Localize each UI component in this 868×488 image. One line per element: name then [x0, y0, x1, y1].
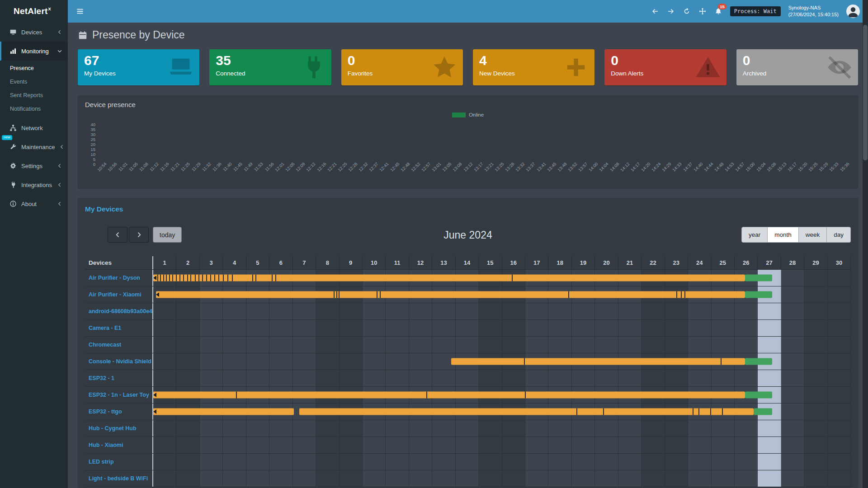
- device-name[interactable]: Air Purifier - Xiaomi: [85, 286, 153, 303]
- day-cell: [642, 337, 665, 353]
- presence-bar-recent[interactable]: [745, 275, 772, 282]
- day-header: 10: [363, 256, 386, 269]
- host-name: Synology-NAS: [788, 5, 821, 10]
- day-cell: [200, 370, 223, 386]
- presence-bar-online[interactable]: [156, 291, 745, 298]
- day-cell: [572, 437, 595, 453]
- infobox-archived[interactable]: 0Archived: [736, 49, 858, 85]
- x-tick-label: 12:25: [337, 161, 348, 173]
- day-cell: [781, 470, 804, 487]
- sidebar-subitem-events[interactable]: Events: [0, 75, 68, 89]
- device-name[interactable]: ESP32 - 1n - Laser Toy: [85, 387, 153, 403]
- presence-bar-online[interactable]: [299, 408, 754, 415]
- device-name[interactable]: android-68608b93a00e4: [85, 303, 153, 319]
- presence-bar-recent[interactable]: [745, 392, 772, 399]
- next-button[interactable]: [129, 227, 149, 243]
- device-name[interactable]: Hub - Xiaomi: [85, 437, 153, 453]
- device-name[interactable]: Air Purifier - Dyson: [85, 270, 153, 286]
- infobox-connected[interactable]: 35Connected: [209, 49, 331, 85]
- process-status[interactable]: Process: Wait: [730, 6, 781, 16]
- device-name[interactable]: ESP32 - ttgo: [85, 404, 153, 420]
- hamburger-icon[interactable]: [76, 7, 84, 15]
- sidebar-item-settings[interactable]: Settings: [0, 156, 68, 175]
- arrow-right-icon[interactable]: [667, 7, 675, 15]
- brand-name: NetAlert: [14, 6, 48, 16]
- presence-bar-online[interactable]: [153, 275, 745, 282]
- x-tick-label: 11:49: [243, 161, 254, 172]
- presence-bar-recent[interactable]: [754, 408, 772, 415]
- day-cell-today: [758, 337, 781, 353]
- x-tick-label: 15:20: [797, 161, 808, 173]
- infobox-down-alerts[interactable]: 0Down Alerts: [604, 49, 726, 85]
- device-name[interactable]: Camera - E1: [85, 320, 153, 336]
- day-cell: [688, 303, 711, 319]
- sidebar-item-network[interactable]: Network: [0, 118, 68, 137]
- day-cell: [456, 320, 479, 336]
- view-button-month[interactable]: month: [768, 227, 799, 243]
- x-tick-label: 13:45: [546, 161, 557, 173]
- day-cell: [153, 320, 176, 336]
- day-cell: [642, 454, 665, 470]
- view-button-week[interactable]: week: [799, 227, 827, 243]
- presence-bar-recent[interactable]: [745, 291, 772, 298]
- day-cell: [316, 454, 339, 470]
- sidebar-subitem-presence[interactable]: Presence: [0, 61, 68, 75]
- day-cell: [804, 470, 827, 487]
- device-name[interactable]: Hub - Cygnet Hub: [85, 420, 153, 436]
- sidebar-submenu: PresenceEventsSent ReportsNotifications: [0, 61, 68, 118]
- move-icon[interactable]: [698, 7, 707, 15]
- presence-bar-online[interactable]: [451, 358, 745, 365]
- x-tick-label: 14:53: [724, 161, 735, 173]
- notifications-bell[interactable]: 15: [714, 7, 722, 15]
- view-button-year[interactable]: year: [741, 227, 768, 243]
- sidebar-subitem-sent-reports[interactable]: Sent Reports: [0, 89, 68, 102]
- day-cell: [153, 303, 176, 319]
- day-cell: [502, 303, 525, 319]
- day-cell: [153, 370, 176, 386]
- day-cell: [409, 320, 432, 336]
- sidebar-item-monitoring[interactable]: Monitoring: [0, 42, 68, 61]
- day-cell: [781, 370, 804, 386]
- day-cell: [781, 270, 804, 286]
- gantt-row: android-68608b93a00e4: [85, 303, 851, 320]
- device-name[interactable]: LED strip: [85, 454, 153, 470]
- day-cell: [525, 454, 548, 470]
- refresh-icon[interactable]: [683, 7, 691, 15]
- page-scrollbar[interactable]: [863, 0, 868, 488]
- day-cell: [386, 470, 409, 487]
- device-name[interactable]: ESP32 - 1: [85, 370, 153, 386]
- sidebar-item-maintenance[interactable]: Maintenancenew: [0, 137, 68, 156]
- scrollbar-thumb[interactable]: [863, 25, 868, 160]
- x-tick-label: 13:37: [525, 161, 536, 173]
- device-name[interactable]: Chromecast: [85, 337, 153, 353]
- day-cell: [456, 420, 479, 436]
- day-cell: [781, 437, 804, 453]
- today-button[interactable]: today: [153, 227, 182, 243]
- day-cell: [781, 320, 804, 336]
- presence-gap-tick: [698, 408, 699, 415]
- day-cell: [525, 470, 548, 487]
- sidebar-item-integrations[interactable]: Integrations: [0, 175, 68, 194]
- presence-bar-recent[interactable]: [745, 358, 772, 365]
- device-name[interactable]: Light - bedside B WiFi: [85, 470, 153, 487]
- day-cell-today: [758, 370, 781, 386]
- presence-bar-online[interactable]: [153, 408, 294, 415]
- legend-label: Online: [469, 112, 484, 117]
- arrow-left-icon[interactable]: [651, 7, 659, 15]
- sidebar-item-devices[interactable]: Devices: [0, 23, 68, 42]
- prev-button[interactable]: [108, 227, 127, 243]
- avatar[interactable]: [846, 5, 860, 18]
- infobox-favorites[interactable]: 0Favorites: [341, 49, 463, 85]
- device-name[interactable]: Console - Nvidia Shield T: [85, 353, 153, 370]
- view-button-day[interactable]: day: [827, 227, 851, 243]
- sidebar-subitem-notifications[interactable]: Notifications: [0, 102, 68, 116]
- day-cell: [642, 320, 665, 336]
- day-cell: [269, 437, 292, 453]
- sidebar-item-label: Maintenance: [21, 144, 55, 150]
- infobox-new-devices[interactable]: 4New Devices: [473, 49, 594, 85]
- sidebar-item-label: Monitoring: [21, 48, 49, 55]
- presence-bar-online[interactable]: [153, 392, 745, 399]
- sidebar-item-about[interactable]: About: [0, 194, 68, 213]
- app-logo[interactable]: NetAlertx: [0, 0, 68, 23]
- infobox-my-devices[interactable]: 67My Devices: [78, 49, 199, 85]
